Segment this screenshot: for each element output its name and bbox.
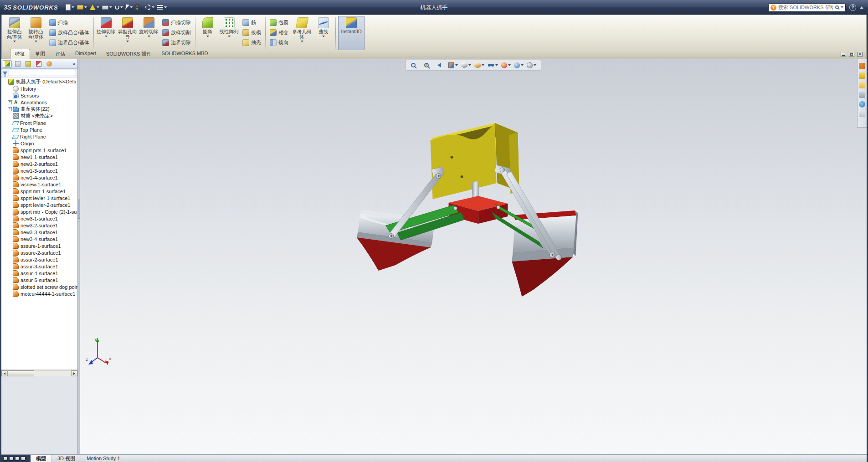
view-settings-icon[interactable] [526, 62, 537, 69]
appearances-scenes-icon[interactable] [859, 101, 865, 108]
viewport-layout-icon-2[interactable] [9, 457, 14, 461]
undo-icon[interactable] [114, 5, 124, 10]
tree-item[interactable]: Front Plane [1, 119, 77, 126]
tree-item[interactable]: assur-5-surface1 [1, 277, 77, 283]
extruded-boss-base-button[interactable]: 拉伸凸台/基体 [4, 16, 25, 48]
search-dropdown-caret[interactable] [841, 6, 843, 8]
tree-item[interactable]: 曲面实体(22) [1, 106, 77, 113]
tab-3d-views[interactable]: 3D 视图 [52, 455, 81, 462]
displaymanager-tab[interactable] [45, 60, 54, 68]
featuremanager-tree-tab[interactable] [3, 60, 12, 68]
view-palette-icon[interactable] [859, 92, 865, 98]
collapse-chevron-icon[interactable] [860, 6, 863, 9]
zoom-to-area-icon[interactable] [423, 62, 435, 69]
tree-item[interactable]: moteur44444-1-surface1 [1, 290, 77, 297]
tree-item[interactable]: assur-4-surface1 [1, 270, 77, 277]
tree-item[interactable]: new3-4-surface1 [1, 236, 77, 242]
tab-dimxpert[interactable]: DimXpert [70, 49, 101, 59]
curves-button[interactable]: 曲线 [313, 16, 334, 48]
tree-item[interactable]: assur-3-surface1 [1, 263, 77, 270]
hole-wizard-button[interactable]: 异型孔向导 [117, 16, 138, 48]
select-cursor-icon[interactable] [125, 4, 134, 10]
tree-horizontal-scrollbar[interactable] [1, 370, 77, 376]
design-library-icon[interactable] [859, 72, 865, 79]
help-search-box[interactable]: ? [768, 3, 846, 12]
new-document-icon[interactable] [65, 4, 75, 11]
revolved-cut-button[interactable]: 旋转切除 [138, 16, 159, 48]
tree-item[interactable]: 材质 <未指定> [1, 113, 77, 119]
scroll-left-arrow[interactable] [1, 370, 8, 376]
tree-item[interactable]: History [1, 85, 77, 92]
filter-funnel-icon[interactable] [3, 72, 7, 75]
minimize-document-icon[interactable] [841, 52, 846, 57]
tree-item[interactable]: spprt prts-1-surface1 [1, 147, 77, 154]
tree-item[interactable]: spprt levier-1-surface1 [1, 195, 77, 201]
reference-geometry-button[interactable]: 参考几何体 [291, 16, 313, 48]
hide-show-items-icon[interactable] [487, 62, 499, 68]
tree-item[interactable]: new3-3-surface1 [1, 229, 77, 236]
scrollbar-thumb[interactable] [8, 370, 34, 376]
section-view-icon[interactable] [447, 62, 459, 69]
view-orientation-icon[interactable] [460, 61, 472, 69]
lofted-boss-button[interactable]: 放样凸台/基体 [47, 28, 91, 36]
tree-item[interactable]: spprt mtr - Copie (2)-1-su [1, 208, 77, 215]
tree-filter-input[interactable] [9, 70, 76, 76]
file-explorer-icon[interactable] [859, 82, 865, 88]
draft-button[interactable]: 拔模 [241, 28, 263, 36]
scroll-right-arrow[interactable] [71, 370, 77, 376]
tab-sketch[interactable]: 草图 [30, 49, 50, 59]
configurationmanager-tab[interactable] [24, 60, 33, 68]
model-right-gripper[interactable] [512, 210, 578, 297]
previous-view-icon[interactable] [436, 62, 446, 69]
extruded-cut-button[interactable]: 拉伸切除 [95, 16, 117, 48]
tree-item[interactable]: Annotations [1, 99, 77, 106]
tab-solidworks-mbd[interactable]: SOLIDWORKS MBD [156, 49, 213, 59]
save-icon[interactable] [89, 4, 100, 10]
tree-item[interactable]: new1-1-surface1 [1, 154, 77, 160]
close-document-icon[interactable] [857, 52, 863, 57]
file-properties-icon[interactable] [156, 5, 168, 10]
tree-item[interactable]: spprt levier-2-surface1 [1, 201, 77, 208]
tree-item[interactable]: assure-1-surface1 [1, 242, 77, 249]
tab-evaluate[interactable]: 评估 [50, 49, 70, 59]
print-icon[interactable] [101, 5, 113, 10]
wrap-button[interactable]: 包覆 [268, 18, 290, 26]
dimxpertmanager-tab[interactable] [34, 60, 43, 68]
swept-boss-button[interactable]: 扫描 [47, 18, 91, 26]
revolved-boss-base-button[interactable]: 旋转凸台/基体 [25, 16, 46, 48]
options-gear-icon[interactable] [144, 4, 155, 10]
tab-model[interactable]: 模型 [31, 455, 52, 462]
edit-appearance-icon[interactable] [500, 62, 512, 69]
tree-item[interactable]: new3-2-surface1 [1, 222, 77, 229]
rib-button[interactable]: 筋 [241, 18, 263, 26]
tree-item[interactable]: Right Plane [1, 133, 77, 140]
intersect-button[interactable]: 相交 [268, 28, 290, 36]
panel-overflow-chevron[interactable]: » [72, 61, 76, 67]
tree-item[interactable]: 机器人抓手 (Default<<Defa [1, 78, 77, 85]
mirror-button[interactable]: 镜向 [268, 38, 290, 46]
boundary-cut-button[interactable]: 边界切除 [160, 38, 193, 46]
solidworks-resources-icon[interactable] [859, 63, 865, 69]
search-input[interactable] [778, 5, 833, 10]
zoom-to-fit-icon[interactable] [410, 62, 421, 69]
search-icon[interactable] [835, 5, 839, 9]
display-style-icon[interactable] [473, 61, 485, 69]
swept-cut-button[interactable]: 扫描切除 [160, 18, 193, 26]
rebuild-traffic-light-icon[interactable] [134, 4, 144, 11]
open-file-icon[interactable] [76, 5, 88, 10]
tab-motion-study-1[interactable]: Motion Study 1 [81, 455, 126, 462]
tab-features[interactable]: 特征 [10, 49, 30, 59]
tree-item[interactable]: Origin [1, 140, 77, 147]
tree-item[interactable]: new1-4-surface1 [1, 174, 77, 181]
restore-document-icon[interactable] [849, 52, 854, 57]
help-icon[interactable]: ? [849, 4, 856, 11]
tree-item[interactable]: Top Plane [1, 126, 77, 133]
tree-item[interactable]: visnew-1-surface1 [1, 181, 77, 188]
model-canvas[interactable]: Y X Z [80, 59, 867, 454]
custom-properties-icon[interactable] [859, 111, 865, 117]
tree-item[interactable]: new1-3-surface1 [1, 167, 77, 174]
3d-viewport[interactable]: Y X Z [80, 59, 867, 454]
propertymanager-tab[interactable] [13, 60, 22, 68]
tree-expander-icon[interactable] [8, 107, 12, 111]
tree-item[interactable]: new3-1-surface1 [1, 215, 77, 222]
